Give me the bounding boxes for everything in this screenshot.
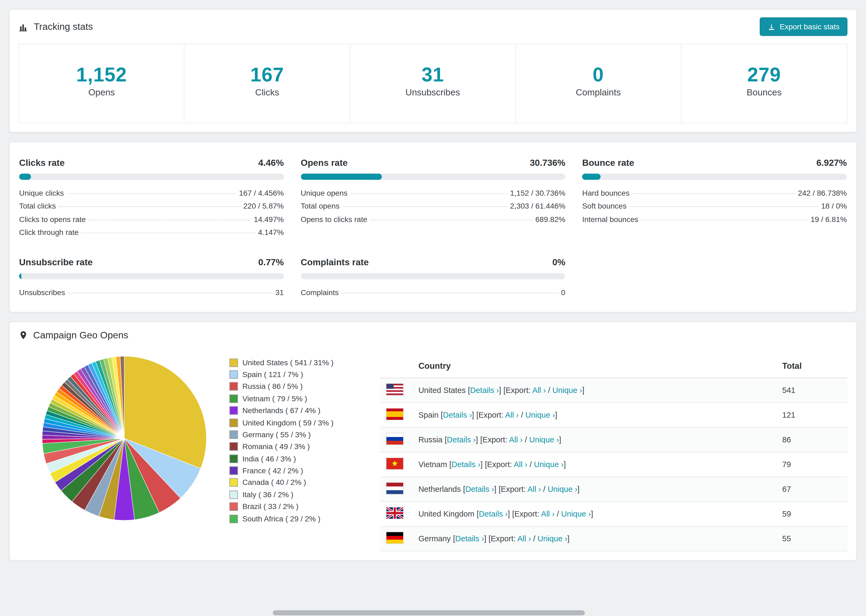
export-unique-link[interactable]: Unique › [538,534,567,543]
campaign-geo-opens-card: Campaign Geo Opens United States ( 541 /… [9,321,857,561]
legend-label: Spain ( 121 / 7% ) [242,370,303,379]
legend-label: Germany ( 55 / 3% ) [242,430,311,438]
country-name: Germany [419,534,451,543]
stat-label: Bounces [681,88,847,98]
country-row: Russia[Details ›][Export: All › / Unique… [380,427,847,452]
legend-item: Romania ( 49 / 3% ) [230,441,380,453]
stat-row: Internal bounces19 / 6.81% [582,211,847,224]
bar-chart-icon [19,22,29,32]
country-name: Vietnam [419,460,447,468]
legend-swatch [230,382,238,391]
country-name: Spain [419,410,439,419]
country-row: United Kingdom[Details ›][Export: All › … [380,501,847,526]
export-all-link[interactable]: All › [532,385,546,394]
legend-label: Vietnam ( 79 / 5% ) [242,394,307,402]
legend-item: United Kingdom ( 59 / 3% ) [230,416,380,429]
legend-item: Netherlands ( 67 / 4% ) [230,404,380,416]
stat-box: 167 Clicks [185,44,350,123]
stat-row: Soft bounces18 / 0% [582,198,847,211]
complaints-rate-progressbar [301,273,565,279]
legend-swatch [230,467,238,475]
stat-row: Unique clicks167 / 4.456% [19,184,284,198]
export-icon [768,23,776,31]
legend-label: Canada ( 40 / 2% ) [242,478,306,487]
export-label: Export: [479,410,504,419]
legend-swatch [230,478,238,487]
bounce-rate-progressbar [582,174,847,180]
flag-ru-icon [386,432,404,445]
tracking-stats-card: Tracking stats Export basic stats 1,152 … [9,9,857,132]
legend-label: United States ( 541 / 31% ) [242,358,334,366]
rate-title: Bounce rate [582,158,634,168]
rate-title: Complaints rate [301,258,369,268]
legend-swatch [230,490,238,499]
country-total: 121 [778,402,847,427]
export-all-link[interactable]: All › [518,534,531,543]
horizontal-scrollbar-thumb[interactable] [273,610,585,616]
legend-label: India ( 46 / 3% ) [242,454,296,463]
geo-opens-header: Campaign Geo Opens [19,330,128,341]
export-all-link[interactable]: All › [514,460,527,468]
map-pin-icon [19,330,28,340]
export-unique-link[interactable]: Unique › [534,460,564,468]
opens-rate-progressbar [301,174,565,180]
legend-item: Spain ( 121 / 7% ) [230,368,380,380]
export-unique-link[interactable]: Unique › [525,410,555,419]
unsubscribe-rate-block: Unsubscribe rate 0.77% Unsubscribes31 [19,251,284,297]
country-name: Netherlands [419,484,461,493]
stat-value: 279 [681,63,847,86]
legend-item: Vietnam ( 79 / 5% ) [230,393,380,405]
export-label: Export: [487,460,512,468]
stat-label: Opens [19,88,184,98]
details-link[interactable]: Details › [470,385,499,394]
bounce-rate-block: Bounce rate 6.927% Hard bounces242 / 86.… [582,151,847,237]
stat-label: Clicks [185,88,350,98]
legend-item: Russia ( 86 / 5% ) [230,380,380,393]
geo-pie-chart [40,354,208,522]
details-link[interactable]: Details › [479,509,507,518]
legend-item: Germany ( 55 / 3% ) [230,429,380,441]
details-link[interactable]: Details › [465,484,494,493]
export-label: Export: [514,509,539,518]
country-total: 541 [778,378,847,402]
export-all-link[interactable]: All › [527,484,541,493]
rate-title: Opens rate [301,158,348,168]
export-unique-link[interactable]: Unique › [529,435,559,444]
export-unique-link[interactable]: Unique › [561,509,591,518]
stat-label: Complaints [516,88,681,98]
details-link[interactable]: Details › [443,410,472,419]
legend-swatch [230,394,238,402]
card-title: Tracking stats [34,21,93,32]
country-name: United States [419,385,466,394]
legend-swatch [230,370,238,379]
export-unique-link[interactable]: Unique › [548,484,578,493]
legend-item: India ( 46 / 3% ) [230,453,380,465]
details-link[interactable]: Details › [447,435,476,444]
export-all-link[interactable]: All › [505,410,518,419]
export-all-link[interactable]: All › [509,435,523,444]
export-basic-stats-button[interactable]: Export basic stats [760,17,847,36]
legend-item: Italy ( 36 / 2% ) [230,489,380,501]
details-link[interactable]: Details › [452,460,480,468]
export-all-link[interactable]: All › [541,509,554,518]
legend-swatch [230,503,238,511]
stat-value: 0 [516,63,681,86]
flag-gb-icon [386,507,404,519]
stat-row: Total clicks220 / 5.87% [19,198,284,211]
stat-row: Unsubscribes31 [19,284,284,297]
legend-label: Russia ( 86 / 5% ) [242,382,302,391]
stat-value: 31 [350,63,515,86]
legend-label: Romania ( 49 / 3% ) [242,442,310,451]
unsubscribe-rate-progressbar [19,273,284,279]
export-label: Export: [482,435,507,444]
card-title: Campaign Geo Opens [33,330,128,341]
flag-vn-icon [386,457,404,470]
legend-label: France ( 42 / 2% ) [242,467,303,475]
stat-row: Total opens2,303 / 61.446% [301,198,565,211]
country-row: Vietnam[Details ›][Export: All › / Uniqu… [380,452,847,476]
rate-title: Unsubscribe rate [19,258,93,268]
export-unique-link[interactable]: Unique › [553,385,582,394]
pie-legend: United States ( 541 / 31% ) Spain ( 121 … [230,349,380,551]
rate-value: 6.927% [816,158,847,168]
details-link[interactable]: Details › [455,534,484,543]
